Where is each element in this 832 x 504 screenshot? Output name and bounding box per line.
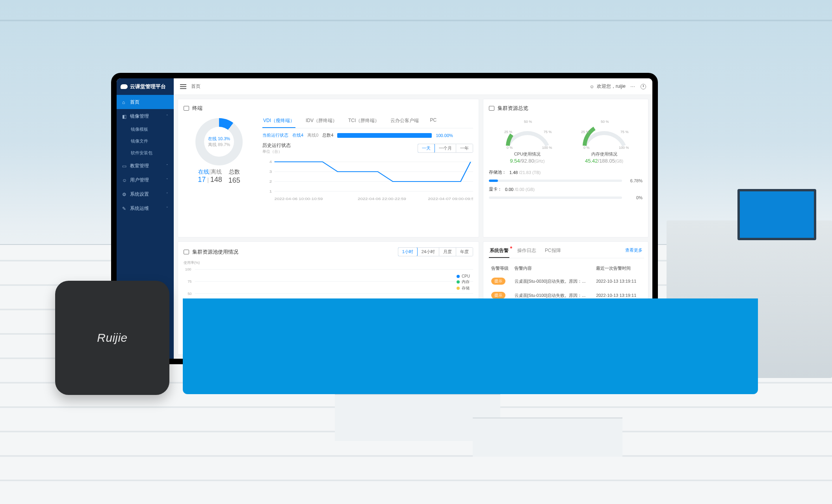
history-range-segment: 一天 一个月 一年 xyxy=(418,144,473,153)
svg-text:100 %: 100 % xyxy=(619,146,629,150)
tab-pc[interactable]: PC xyxy=(429,116,437,128)
current-status-row: 当前运行状态 在线4 离线0 总数4 100.00% xyxy=(262,132,473,138)
image-icon: ◧ xyxy=(122,114,127,119)
mem-gauge: 0 %25 % 50 %75 % 100 % 内存使用情况 45.42/188.… xyxy=(579,118,630,164)
chevron-up-icon: ˄ xyxy=(166,114,168,118)
menu-icon[interactable] xyxy=(180,86,186,87)
app-logo: 云课堂管理平台 xyxy=(117,78,174,95)
tab-tci[interactable]: TCI（胖终端） xyxy=(347,116,380,128)
nav-software-pkg[interactable]: 软件安装包 xyxy=(117,147,174,159)
nav-ops[interactable]: ✎ 系统运维 ˅ xyxy=(117,201,174,215)
storage-row: 存储池： 1.48 /21.83 (TB) xyxy=(489,168,643,177)
svg-text:75: 75 xyxy=(188,280,191,284)
gear-icon: ⚙ xyxy=(122,192,127,196)
usage-range-segment: 1小时 24小时 月度 年度 xyxy=(398,247,473,256)
nav-image-label: 镜像管理 xyxy=(130,113,149,120)
svg-text:0 %: 0 % xyxy=(583,146,590,150)
svg-text:2: 2 xyxy=(269,180,272,183)
svg-text:50 %: 50 % xyxy=(601,120,609,124)
user-icon: ☺ xyxy=(122,178,127,182)
nav-image-mgmt[interactable]: ◧ 镜像管理 ˄ xyxy=(117,109,174,123)
chevron-down-icon: ˅ xyxy=(166,192,168,196)
clock-icon[interactable] xyxy=(641,84,646,89)
nav-image-file[interactable]: 镜像文件 xyxy=(117,135,174,147)
topbar: 首页 ☺ 欢迎您，ruijie ⋯ xyxy=(174,78,652,95)
terminals-title: 终端 xyxy=(192,105,202,112)
terminal-counts: 在线|离线 17 | 148 总数 165 xyxy=(184,169,254,185)
tab-vdi[interactable]: VDI（瘦终端） xyxy=(262,116,295,128)
range-day[interactable]: 一天 xyxy=(418,144,435,153)
svg-text:75 %: 75 % xyxy=(544,130,552,134)
tab-cloud-client[interactable]: 云办公客户端 xyxy=(390,116,420,128)
svg-text:0 %: 0 % xyxy=(507,146,513,150)
gpu-row: 显卡： 0.00 /0.00 (GB) xyxy=(489,185,643,194)
range-year[interactable]: 年度 xyxy=(456,248,473,256)
tab-pc-faults[interactable]: PC报障 xyxy=(544,246,562,258)
tab-op-logs[interactable]: 操作日志 xyxy=(516,246,537,258)
status-progress-bar xyxy=(337,133,432,138)
chart-icon xyxy=(184,250,189,254)
alerts-table: 告警等级 告警内容 最近一次告警时间 提示 云桌面[Stu-0030]启动失败。… xyxy=(489,262,643,303)
svg-text:50: 50 xyxy=(188,292,191,296)
nav-home[interactable]: ⌂ 首页 xyxy=(117,95,174,109)
app-title: 云课堂管理平台 xyxy=(130,83,166,90)
svg-text:50 %: 50 % xyxy=(524,120,532,124)
history-line-chart: 43 21 2022-04-06 10:00-10:59 2022-04-06 … xyxy=(262,156,473,203)
view-more-link[interactable]: 查看更多 xyxy=(625,246,643,258)
usage-legend: CPU 内存 存储 xyxy=(457,273,470,292)
home-icon: ⌂ xyxy=(122,100,127,104)
range-year[interactable]: 一年 xyxy=(456,144,473,152)
chevron-down-icon: ˅ xyxy=(166,178,168,182)
range-1h[interactable]: 1小时 xyxy=(398,247,418,256)
level-badge: 提示 xyxy=(491,292,505,299)
cluster-overview-card: 集群资源总览 0 %25 % 50 %75 % 100 % xyxy=(483,99,648,237)
svg-text:100: 100 xyxy=(185,267,191,271)
level-badge: 提示 xyxy=(491,278,505,285)
nav-user[interactable]: ☺ 用户管理 ˅ xyxy=(117,173,174,187)
svg-text:25 %: 25 % xyxy=(504,130,513,134)
range-month[interactable]: 一个月 xyxy=(435,144,456,152)
chevron-down-icon: ˅ xyxy=(166,164,168,168)
svg-text:2022-04-06 22:00-22:59: 2022-04-06 22:00-22:59 xyxy=(358,197,406,201)
red-dot-icon xyxy=(510,246,512,248)
svg-text:100 %: 100 % xyxy=(542,146,552,150)
hardware-device: Ruĳie xyxy=(55,281,169,395)
monitor-icon xyxy=(184,106,189,111)
server-icon xyxy=(489,106,494,111)
svg-text:1: 1 xyxy=(269,189,272,193)
svg-text:2022-04-06 10:00-10:59: 2022-04-06 10:00-10:59 xyxy=(275,197,323,201)
breadcrumb: 首页 xyxy=(191,83,201,90)
tab-idv[interactable]: IDV（胖终端） xyxy=(305,116,338,128)
nav-home-label: 首页 xyxy=(130,99,139,106)
user-greeting[interactable]: ☺ 欢迎您，ruijie xyxy=(589,83,626,90)
table-row[interactable]: 提示 云桌面[Stu-0030]启动失败。原因：... 2022-10-13 1… xyxy=(490,274,642,288)
svg-text:2022-04-07 09:00-09:59: 2022-04-07 09:00-09:59 xyxy=(428,197,473,201)
classroom-icon: ▭ xyxy=(122,163,127,168)
range-month[interactable]: 月度 xyxy=(439,248,456,256)
person-icon: ☺ xyxy=(589,84,594,89)
svg-text:75 %: 75 % xyxy=(620,130,629,134)
usage-title: 集群资源池使用情况 xyxy=(192,248,238,256)
wrench-icon: ✎ xyxy=(122,206,127,211)
nav-settings[interactable]: ⚙ 系统设置 ˅ xyxy=(117,187,174,201)
cluster-title: 集群资源总览 xyxy=(498,105,528,112)
history-title: 历史运行状态 xyxy=(262,142,291,149)
terminal-type-tabs: VDI（瘦终端） IDV（胖终端） TCI（胖终端） 云办公客户端 PC xyxy=(262,116,473,128)
tab-system-alerts[interactable]: 系统告警 xyxy=(489,246,509,258)
nav-image-template[interactable]: 镜像模板 xyxy=(117,123,174,135)
cloud-icon xyxy=(121,84,128,89)
svg-text:4: 4 xyxy=(269,160,272,164)
svg-text:25 %: 25 % xyxy=(581,130,589,134)
terminals-card: 终端 在线 10.3% 离线 89.7% xyxy=(178,99,479,237)
more-icon[interactable]: ⋯ xyxy=(630,84,636,89)
svg-text:3: 3 xyxy=(269,170,272,174)
terminal-donut-chart: 在线 10.3% 离线 89.7% xyxy=(195,118,243,165)
range-24h[interactable]: 24小时 xyxy=(417,248,439,256)
nav-classroom[interactable]: ▭ 教室管理 ˅ xyxy=(117,159,174,173)
chevron-down-icon: ˅ xyxy=(166,206,168,210)
blue-overlay-banner xyxy=(183,298,758,394)
device-brand-logo: Ruĳie xyxy=(97,331,128,345)
cpu-gauge: 0 %25 % 50 %75 % 100 % CPU使用情况 9.54/92.8… xyxy=(502,118,553,164)
